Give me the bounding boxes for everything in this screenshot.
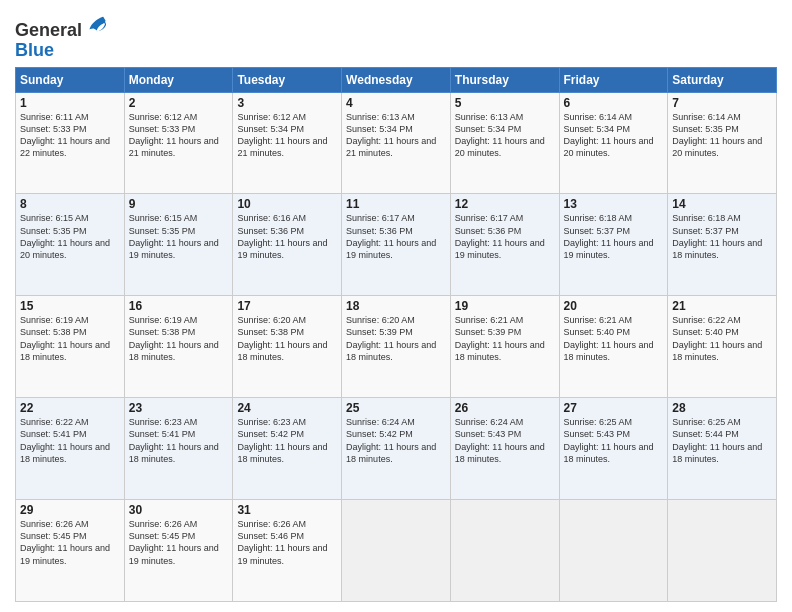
calendar-cell: 25Sunrise: 6:24 AMSunset: 5:42 PMDayligh… <box>342 398 451 500</box>
day-number: 17 <box>237 299 337 313</box>
day-info: Sunrise: 6:18 AMSunset: 5:37 PMDaylight:… <box>672 212 772 261</box>
logo-general: General <box>15 20 82 40</box>
calendar-cell: 7Sunrise: 6:14 AMSunset: 5:35 PMDaylight… <box>668 92 777 194</box>
calendar-cell: 4Sunrise: 6:13 AMSunset: 5:34 PMDaylight… <box>342 92 451 194</box>
day-number: 13 <box>564 197 664 211</box>
day-info: Sunrise: 6:16 AMSunset: 5:36 PMDaylight:… <box>237 212 337 261</box>
col-header-saturday: Saturday <box>668 67 777 92</box>
day-info: Sunrise: 6:22 AMSunset: 5:41 PMDaylight:… <box>20 416 120 465</box>
day-info: Sunrise: 6:11 AMSunset: 5:33 PMDaylight:… <box>20 111 120 160</box>
day-info: Sunrise: 6:14 AMSunset: 5:34 PMDaylight:… <box>564 111 664 160</box>
day-number: 18 <box>346 299 446 313</box>
col-header-thursday: Thursday <box>450 67 559 92</box>
day-info: Sunrise: 6:15 AMSunset: 5:35 PMDaylight:… <box>129 212 229 261</box>
day-number: 3 <box>237 96 337 110</box>
day-number: 15 <box>20 299 120 313</box>
day-number: 19 <box>455 299 555 313</box>
day-info: Sunrise: 6:26 AMSunset: 5:45 PMDaylight:… <box>20 518 120 567</box>
calendar-cell: 16Sunrise: 6:19 AMSunset: 5:38 PMDayligh… <box>124 296 233 398</box>
calendar-week-3: 15Sunrise: 6:19 AMSunset: 5:38 PMDayligh… <box>16 296 777 398</box>
day-number: 21 <box>672 299 772 313</box>
calendar-cell: 12Sunrise: 6:17 AMSunset: 5:36 PMDayligh… <box>450 194 559 296</box>
calendar-cell: 30Sunrise: 6:26 AMSunset: 5:45 PMDayligh… <box>124 500 233 602</box>
day-info: Sunrise: 6:13 AMSunset: 5:34 PMDaylight:… <box>346 111 446 160</box>
calendar-cell: 28Sunrise: 6:25 AMSunset: 5:44 PMDayligh… <box>668 398 777 500</box>
day-number: 16 <box>129 299 229 313</box>
day-number: 11 <box>346 197 446 211</box>
calendar-cell: 1Sunrise: 6:11 AMSunset: 5:33 PMDaylight… <box>16 92 125 194</box>
day-info: Sunrise: 6:25 AMSunset: 5:44 PMDaylight:… <box>672 416 772 465</box>
calendar-cell: 17Sunrise: 6:20 AMSunset: 5:38 PMDayligh… <box>233 296 342 398</box>
day-info: Sunrise: 6:19 AMSunset: 5:38 PMDaylight:… <box>129 314 229 363</box>
day-number: 7 <box>672 96 772 110</box>
calendar-week-1: 1Sunrise: 6:11 AMSunset: 5:33 PMDaylight… <box>16 92 777 194</box>
calendar-cell <box>559 500 668 602</box>
day-info: Sunrise: 6:24 AMSunset: 5:43 PMDaylight:… <box>455 416 555 465</box>
day-info: Sunrise: 6:21 AMSunset: 5:39 PMDaylight:… <box>455 314 555 363</box>
calendar-week-5: 29Sunrise: 6:26 AMSunset: 5:45 PMDayligh… <box>16 500 777 602</box>
col-header-tuesday: Tuesday <box>233 67 342 92</box>
calendar-cell: 29Sunrise: 6:26 AMSunset: 5:45 PMDayligh… <box>16 500 125 602</box>
col-header-monday: Monday <box>124 67 233 92</box>
day-info: Sunrise: 6:23 AMSunset: 5:42 PMDaylight:… <box>237 416 337 465</box>
logo: General Blue <box>15 14 106 61</box>
col-header-friday: Friday <box>559 67 668 92</box>
calendar-cell: 14Sunrise: 6:18 AMSunset: 5:37 PMDayligh… <box>668 194 777 296</box>
day-info: Sunrise: 6:24 AMSunset: 5:42 PMDaylight:… <box>346 416 446 465</box>
calendar-cell: 26Sunrise: 6:24 AMSunset: 5:43 PMDayligh… <box>450 398 559 500</box>
day-number: 10 <box>237 197 337 211</box>
day-info: Sunrise: 6:18 AMSunset: 5:37 PMDaylight:… <box>564 212 664 261</box>
day-info: Sunrise: 6:21 AMSunset: 5:40 PMDaylight:… <box>564 314 664 363</box>
calendar-cell: 27Sunrise: 6:25 AMSunset: 5:43 PMDayligh… <box>559 398 668 500</box>
day-number: 20 <box>564 299 664 313</box>
day-info: Sunrise: 6:26 AMSunset: 5:46 PMDaylight:… <box>237 518 337 567</box>
day-number: 23 <box>129 401 229 415</box>
calendar-week-2: 8Sunrise: 6:15 AMSunset: 5:35 PMDaylight… <box>16 194 777 296</box>
day-info: Sunrise: 6:19 AMSunset: 5:38 PMDaylight:… <box>20 314 120 363</box>
day-info: Sunrise: 6:17 AMSunset: 5:36 PMDaylight:… <box>346 212 446 261</box>
day-number: 25 <box>346 401 446 415</box>
day-info: Sunrise: 6:22 AMSunset: 5:40 PMDaylight:… <box>672 314 772 363</box>
calendar-cell: 8Sunrise: 6:15 AMSunset: 5:35 PMDaylight… <box>16 194 125 296</box>
day-number: 26 <box>455 401 555 415</box>
day-number: 4 <box>346 96 446 110</box>
logo-blue: Blue <box>15 40 54 60</box>
calendar-cell: 15Sunrise: 6:19 AMSunset: 5:38 PMDayligh… <box>16 296 125 398</box>
day-info: Sunrise: 6:12 AMSunset: 5:34 PMDaylight:… <box>237 111 337 160</box>
calendar-cell: 13Sunrise: 6:18 AMSunset: 5:37 PMDayligh… <box>559 194 668 296</box>
day-number: 5 <box>455 96 555 110</box>
logo-bird-icon <box>84 14 106 36</box>
calendar-cell: 21Sunrise: 6:22 AMSunset: 5:40 PMDayligh… <box>668 296 777 398</box>
calendar-cell: 20Sunrise: 6:21 AMSunset: 5:40 PMDayligh… <box>559 296 668 398</box>
calendar-cell: 9Sunrise: 6:15 AMSunset: 5:35 PMDaylight… <box>124 194 233 296</box>
calendar-cell: 6Sunrise: 6:14 AMSunset: 5:34 PMDaylight… <box>559 92 668 194</box>
day-info: Sunrise: 6:25 AMSunset: 5:43 PMDaylight:… <box>564 416 664 465</box>
day-number: 2 <box>129 96 229 110</box>
day-number: 1 <box>20 96 120 110</box>
day-number: 31 <box>237 503 337 517</box>
calendar-cell: 11Sunrise: 6:17 AMSunset: 5:36 PMDayligh… <box>342 194 451 296</box>
day-info: Sunrise: 6:14 AMSunset: 5:35 PMDaylight:… <box>672 111 772 160</box>
day-number: 29 <box>20 503 120 517</box>
col-header-wednesday: Wednesday <box>342 67 451 92</box>
day-number: 8 <box>20 197 120 211</box>
calendar-cell: 23Sunrise: 6:23 AMSunset: 5:41 PMDayligh… <box>124 398 233 500</box>
calendar-cell: 19Sunrise: 6:21 AMSunset: 5:39 PMDayligh… <box>450 296 559 398</box>
day-number: 6 <box>564 96 664 110</box>
day-info: Sunrise: 6:15 AMSunset: 5:35 PMDaylight:… <box>20 212 120 261</box>
day-info: Sunrise: 6:17 AMSunset: 5:36 PMDaylight:… <box>455 212 555 261</box>
header: General Blue <box>15 10 777 61</box>
day-number: 27 <box>564 401 664 415</box>
calendar-cell <box>342 500 451 602</box>
day-info: Sunrise: 6:12 AMSunset: 5:33 PMDaylight:… <box>129 111 229 160</box>
calendar-cell: 24Sunrise: 6:23 AMSunset: 5:42 PMDayligh… <box>233 398 342 500</box>
calendar-cell: 18Sunrise: 6:20 AMSunset: 5:39 PMDayligh… <box>342 296 451 398</box>
day-number: 9 <box>129 197 229 211</box>
calendar-week-4: 22Sunrise: 6:22 AMSunset: 5:41 PMDayligh… <box>16 398 777 500</box>
calendar-cell <box>450 500 559 602</box>
day-info: Sunrise: 6:20 AMSunset: 5:38 PMDaylight:… <box>237 314 337 363</box>
day-number: 12 <box>455 197 555 211</box>
day-info: Sunrise: 6:23 AMSunset: 5:41 PMDaylight:… <box>129 416 229 465</box>
calendar-cell: 2Sunrise: 6:12 AMSunset: 5:33 PMDaylight… <box>124 92 233 194</box>
calendar-cell <box>668 500 777 602</box>
